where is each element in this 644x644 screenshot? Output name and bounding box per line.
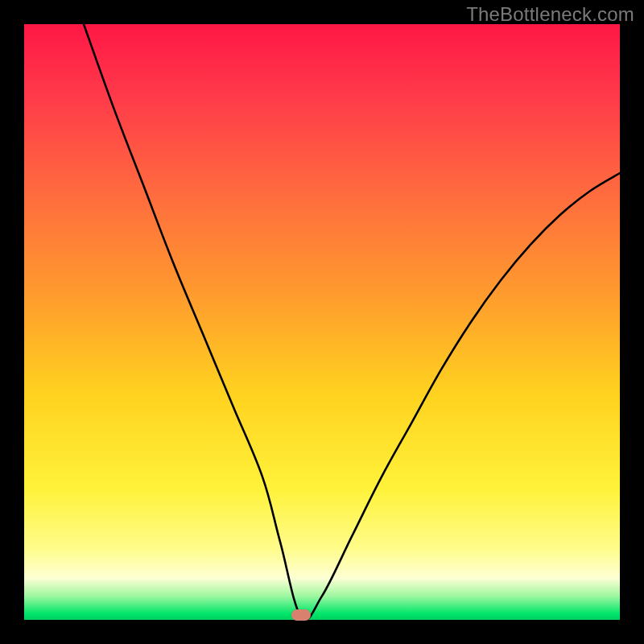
chart-container: TheBottleneck.com [0, 0, 644, 644]
optimal-point-marker [291, 609, 311, 621]
watermark-text: TheBottleneck.com [466, 3, 634, 26]
bottleneck-curve [24, 24, 620, 620]
plot-area [24, 24, 620, 620]
